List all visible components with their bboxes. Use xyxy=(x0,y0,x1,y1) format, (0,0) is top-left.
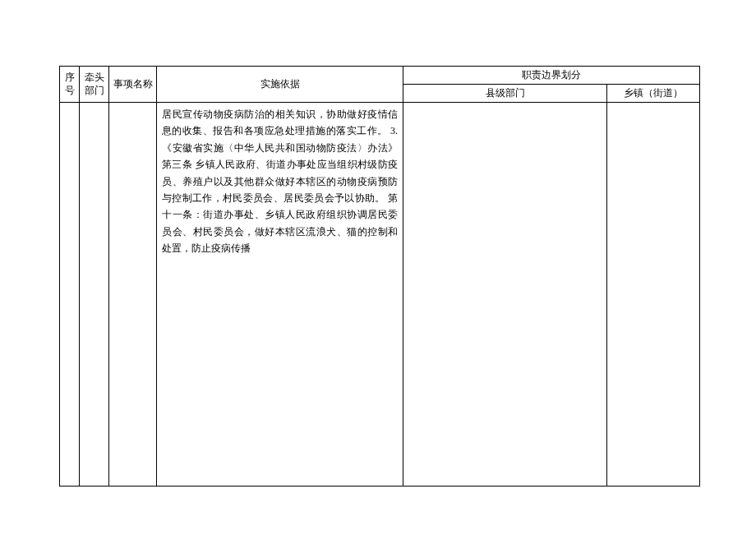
header-town-label: 乡镇（街道） xyxy=(624,87,683,99)
header-basis-label: 实施依据 xyxy=(160,68,399,100)
cell-basis-text: 居民宣传动物疫病防治的相关知识，协助做好疫情信息的收集、报告和各项应急处理措施的… xyxy=(160,104,399,259)
table-body: 居民宣传动物疫病防治的相关知识，协助做好疫情信息的收集、报告和各项应急处理措施的… xyxy=(60,103,700,487)
header-county-label: 县级部门 xyxy=(486,87,525,99)
main-table: 序号 牵头部门 事项名称 实施依据 职责边界划分 县级部门 xyxy=(59,66,700,487)
header-seq-label: 序号 xyxy=(63,68,76,100)
cell-lead-dept xyxy=(80,103,109,487)
cell-county xyxy=(403,103,607,487)
header-item-name: 事项名称 xyxy=(109,67,157,103)
table-row: 居民宣传动物疫病防治的相关知识，协助做好疫情信息的收集、报告和各项应急处理措施的… xyxy=(60,103,700,487)
header-lead-dept-label: 牵头部门 xyxy=(83,68,105,100)
cell-item-name xyxy=(109,103,157,487)
document-table-container: 序号 牵头部门 事项名称 实施依据 职责边界划分 县级部门 xyxy=(59,66,699,487)
cell-town xyxy=(607,103,700,487)
header-division: 职责边界划分 xyxy=(403,67,700,85)
header-town: 乡镇（街道） xyxy=(607,85,700,103)
header-lead-dept: 牵头部门 xyxy=(80,67,109,103)
header-county: 县级部门 xyxy=(403,85,607,103)
cell-basis: 居民宣传动物疫病防治的相关知识，协助做好疫情信息的收集、报告和各项应急处理措施的… xyxy=(157,103,403,487)
table-header: 序号 牵头部门 事项名称 实施依据 职责边界划分 县级部门 xyxy=(60,67,700,103)
header-basis: 实施依据 xyxy=(157,67,403,103)
header-row-1: 序号 牵头部门 事项名称 实施依据 职责边界划分 xyxy=(60,67,700,85)
header-seq: 序号 xyxy=(60,67,80,103)
header-item-name-label: 事项名称 xyxy=(113,68,153,100)
header-division-label: 职责边界划分 xyxy=(522,69,581,81)
cell-seq xyxy=(60,103,80,487)
